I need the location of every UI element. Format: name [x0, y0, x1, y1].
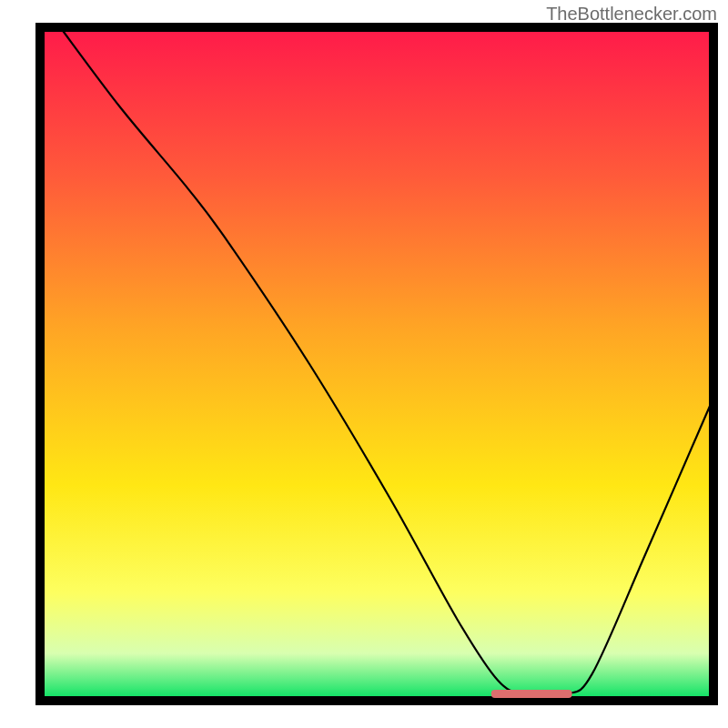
bottleneck-chart: [0, 0, 728, 728]
marker-bar: [491, 690, 572, 698]
plot-background: [40, 27, 713, 701]
chart-container: TheBottlenecker.com: [0, 0, 728, 728]
watermark-text: TheBottlenecker.com: [546, 4, 717, 25]
